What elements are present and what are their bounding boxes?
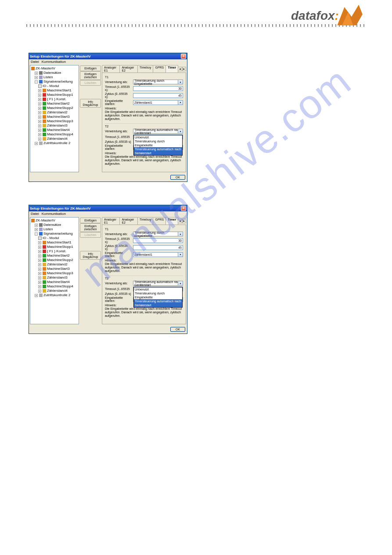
- tree-item[interactable]: +MaschineStopp2: [31, 106, 78, 110]
- expander-icon[interactable]: +: [38, 116, 41, 119]
- tree-item[interactable]: +MachineStart2: [31, 254, 78, 258]
- expander-icon[interactable]: +: [38, 124, 41, 127]
- tree-item[interactable]: +MachineStart4: [31, 128, 78, 132]
- tree-item[interactable]: +Datensätze: [31, 71, 78, 75]
- expander-icon[interactable]: -: [35, 80, 38, 83]
- tree-item[interactable]: +Zählerstand4: [31, 137, 78, 141]
- expander-icon[interactable]: +: [38, 276, 41, 279]
- mid-button[interactable]: Einfügen zwischen: [80, 71, 101, 80]
- titlebar[interactable]: Setup Einstellungen für ZK-MasterIV ×: [29, 205, 187, 211]
- mid-button[interactable]: Einfügen zwischen: [80, 223, 101, 232]
- tree-item[interactable]: +Zählerstand3: [31, 276, 78, 280]
- tree-view[interactable]: ZK-MasterIV +Datensätze+Listen-Signalver…: [30, 65, 79, 172]
- tab[interactable]: Timeboy: [137, 217, 154, 225]
- tree-view[interactable]: ZK-MasterIV +Datensätze+Listen-Signalver…: [30, 217, 79, 324]
- t2-verwendung-combo[interactable]: Timersteuerung automatisch nach Geräters…: [133, 129, 183, 134]
- expander-icon[interactable]: +: [35, 142, 38, 145]
- t2-verwendung-combo[interactable]: Timersteuerung automatisch nach Geräters…: [133, 281, 183, 286]
- tab[interactable]: Analoger E1: [102, 65, 120, 73]
- t1-zyklus-input[interactable]: 45: [133, 245, 183, 250]
- expander-icon[interactable]: +: [38, 107, 41, 110]
- dropdown-option[interactable]: Unbenutzt: [134, 287, 182, 291]
- chevron-down-icon[interactable]: ▼: [178, 253, 183, 257]
- expander-icon[interactable]: +: [38, 241, 41, 244]
- expander-icon[interactable]: +: [38, 94, 41, 97]
- tab[interactable]: GPRS: [153, 217, 166, 225]
- menu-kommunikation[interactable]: Kommunikation: [42, 212, 66, 216]
- tab[interactable]: GPRS: [153, 65, 166, 73]
- menu-datei[interactable]: Datei: [31, 60, 39, 64]
- expander-icon[interactable]: +: [35, 72, 38, 75]
- tree-item[interactable]: +MaschineStopp4: [31, 132, 78, 137]
- tree-item[interactable]: IO - Modul: [31, 236, 78, 240]
- tree-item[interactable]: +MaschineStart1: [31, 88, 78, 93]
- dropdown-option[interactable]: Timersteuerung automatisch nach Serialer…: [134, 147, 182, 155]
- ok-button[interactable]: OK: [170, 175, 185, 180]
- expander-icon[interactable]: +: [38, 246, 41, 249]
- tab[interactable]: Timer: [165, 65, 178, 73]
- tab-scroll-right-icon[interactable]: ►: [182, 67, 186, 71]
- tree-item[interactable]: +MachineStart4: [31, 280, 78, 284]
- titlebar[interactable]: Setup Einstellungen für ZK-MasterIV ×: [29, 53, 187, 59]
- tree-item[interactable]: +MaschineStopp2: [31, 258, 78, 262]
- tab[interactable]: Analoger E2: [119, 65, 137, 73]
- expander-icon[interactable]: +: [38, 120, 41, 123]
- tree-item[interactable]: +Zutrittskontrolle 2: [31, 293, 78, 297]
- mid-button[interactable]: Einfügen: [80, 218, 101, 223]
- tree-item[interactable]: +Zählerstand2: [31, 262, 78, 267]
- tree-item[interactable]: +Listen: [31, 227, 78, 232]
- expander-icon[interactable]: +: [38, 268, 41, 271]
- tab[interactable]: Analoger E1: [102, 217, 120, 225]
- expander-icon[interactable]: +: [38, 259, 41, 262]
- chevron-down-icon[interactable]: ▼: [178, 281, 183, 285]
- tree-item[interactable]: +MaschineStopp3: [31, 271, 78, 276]
- tree-item[interactable]: +Zählerstand2: [31, 110, 78, 115]
- t1-ekette-combo[interactable]: Zählerstand1▼: [133, 252, 183, 257]
- tree-item[interactable]: +MaschineStopp3: [31, 119, 78, 123]
- t1-timeout-input[interactable]: 30: [133, 238, 183, 243]
- expander-icon[interactable]: +: [38, 272, 41, 275]
- expander-icon[interactable]: +: [38, 281, 41, 284]
- ok-button[interactable]: OK: [170, 327, 185, 332]
- expander-icon[interactable]: +: [38, 250, 41, 253]
- tab-scroll-right-icon[interactable]: ►: [182, 219, 186, 223]
- tree-item[interactable]: +{ F1 } Konst.: [31, 249, 78, 254]
- tab-scroll-left-icon[interactable]: ◄: [178, 219, 182, 223]
- expander-icon[interactable]: +: [38, 263, 41, 266]
- expander-icon[interactable]: +: [38, 89, 41, 92]
- t2-timeout-combo-open[interactable]: UnbenutztTimersteuerung durch Eingabeket…: [133, 287, 183, 291]
- tree-root[interactable]: ZK-MasterIV: [31, 218, 78, 223]
- menu-kommunikation[interactable]: Kommunikation: [42, 60, 66, 64]
- t1-verwendung-combo[interactable]: Timersteuerung durch Eingabekette▼: [133, 232, 183, 236]
- expander-icon[interactable]: +: [38, 138, 41, 141]
- t1-zyklus-input[interactable]: 45: [133, 93, 183, 98]
- menu-datei[interactable]: Datei: [31, 212, 39, 216]
- expander-icon[interactable]: +: [38, 98, 41, 101]
- tab[interactable]: Analoger E2: [119, 217, 137, 225]
- expander-icon[interactable]: +: [38, 111, 41, 114]
- chevron-down-icon[interactable]: ▼: [178, 129, 183, 133]
- dropdown-option[interactable]: Timersteuerung automatisch nach Serialer…: [134, 299, 182, 307]
- expander-icon[interactable]: +: [38, 133, 41, 136]
- tree-item[interactable]: +Listen: [31, 75, 78, 80]
- dropdown-option[interactable]: Timersteuerung durch Eingabekette: [134, 291, 182, 299]
- tab-scroll-left-icon[interactable]: ◄: [178, 67, 182, 71]
- dropdown-option[interactable]: Timersteuerung durch Eingabekette: [134, 139, 182, 147]
- mid-button[interactable]: Info Drag&Drop: [80, 99, 101, 108]
- tree-item[interactable]: +Datensätze: [31, 223, 78, 227]
- tree-item[interactable]: +{ F1 } Konst.: [31, 97, 78, 102]
- tree-item[interactable]: +MaschineStopp4: [31, 284, 78, 289]
- tree-item[interactable]: +Zählerstand3: [31, 123, 78, 128]
- expander-icon[interactable]: +: [35, 224, 38, 227]
- tree-item[interactable]: +Zutrittskontrolle 2: [31, 141, 78, 145]
- chevron-down-icon[interactable]: ▼: [178, 101, 183, 105]
- chevron-down-icon[interactable]: ▼: [178, 80, 183, 84]
- tree-item[interactable]: +MaschineStopp1: [31, 93, 78, 97]
- tree-item[interactable]: +MachineStart2: [31, 102, 78, 106]
- expander-icon[interactable]: +: [38, 102, 41, 105]
- tab[interactable]: Timeboy: [137, 65, 154, 73]
- tree-item[interactable]: -Signalverarbeitung: [31, 80, 78, 84]
- dropdown-option[interactable]: Unbenutzt: [134, 135, 182, 139]
- t2-timeout-combo-open[interactable]: UnbenutztTimersteuerung durch Eingabeket…: [133, 134, 183, 139]
- tree-item[interactable]: +MachineStart3: [31, 267, 78, 271]
